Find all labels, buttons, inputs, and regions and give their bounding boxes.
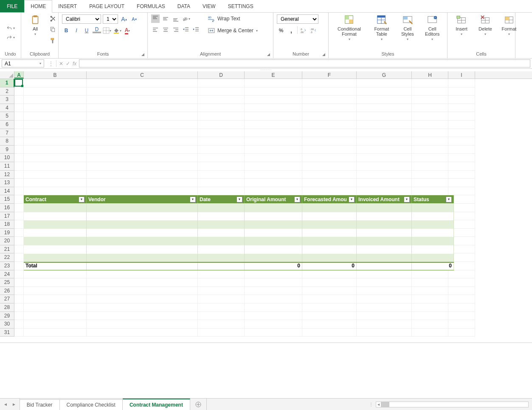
format-cells-button[interactable]: Format▾ bbox=[498, 14, 520, 36]
table-row[interactable] bbox=[24, 254, 454, 262]
fill-color-button[interactable]: ▾ bbox=[113, 26, 121, 35]
row-header-25[interactable]: 25 bbox=[0, 278, 14, 287]
formula-input[interactable] bbox=[79, 59, 530, 67]
grid-row[interactable] bbox=[14, 79, 532, 87]
filter-button[interactable]: ▾ bbox=[294, 197, 300, 202]
format-painter-button[interactable] bbox=[48, 37, 57, 45]
conditional-format-button[interactable]: Conditional Format▾ bbox=[332, 14, 366, 41]
horizontal-scrollbar[interactable]: ◂ bbox=[376, 402, 529, 407]
col-header-I[interactable]: I bbox=[448, 71, 475, 79]
data-table[interactable]: Contract▾Vendor▾Date▾Original Amount▾For… bbox=[24, 195, 454, 270]
fx-button[interactable]: fx bbox=[73, 61, 76, 67]
col-header-D[interactable]: D bbox=[198, 71, 245, 79]
undo-button[interactable]: ▾ bbox=[6, 24, 15, 33]
col-header-H[interactable]: H bbox=[412, 71, 448, 79]
row-header-3[interactable]: 3 bbox=[0, 95, 14, 104]
cut-button[interactable] bbox=[48, 14, 57, 23]
row-header-8[interactable]: 8 bbox=[0, 137, 14, 146]
menu-bullets-icon[interactable]: ⋮ bbox=[48, 61, 53, 67]
row-header-27[interactable]: 27 bbox=[0, 295, 14, 303]
number-dialog-launcher[interactable]: ◢ bbox=[322, 52, 327, 56]
sheet-tab[interactable]: Contract Management bbox=[123, 399, 190, 410]
row-header-1[interactable]: 1 bbox=[0, 79, 14, 87]
table-header[interactable]: Vendor▾ bbox=[87, 195, 198, 203]
grid-row[interactable] bbox=[14, 154, 532, 162]
grid-row[interactable] bbox=[14, 137, 532, 146]
align-bottom-button[interactable] bbox=[172, 14, 180, 23]
merge-center-button[interactable]: Merge & Center ▾ bbox=[206, 26, 259, 35]
col-header-A[interactable]: A bbox=[14, 71, 24, 79]
grid-row[interactable] bbox=[14, 129, 532, 138]
italic-button[interactable]: I bbox=[72, 26, 81, 35]
grid-row[interactable] bbox=[14, 162, 532, 171]
grid-row[interactable] bbox=[14, 187, 532, 196]
row-header-13[interactable]: 13 bbox=[0, 179, 14, 187]
row-header-5[interactable]: 5 bbox=[0, 112, 14, 121]
table-row[interactable] bbox=[24, 245, 454, 254]
align-right-button[interactable] bbox=[172, 25, 180, 34]
cell-styles-button[interactable]: Cell Styles▾ bbox=[397, 14, 419, 41]
tab-data[interactable]: DATA bbox=[172, 0, 197, 12]
grid-row[interactable] bbox=[14, 146, 532, 154]
font-name-select[interactable]: Calibri bbox=[62, 14, 101, 24]
filter-button[interactable]: ▾ bbox=[404, 197, 410, 202]
row-header-14[interactable]: 14 bbox=[0, 187, 14, 196]
worksheet-grid[interactable]: ABCDEFGHI 123456789101112131415161718192… bbox=[0, 71, 532, 343]
row-header-2[interactable]: 2 bbox=[0, 87, 14, 96]
grid-row[interactable] bbox=[14, 320, 532, 329]
row-header-6[interactable]: 6 bbox=[0, 121, 14, 129]
filter-button[interactable]: ▾ bbox=[349, 197, 355, 202]
row-header-23[interactable]: 23 bbox=[0, 262, 14, 270]
increase-indent-button[interactable] bbox=[192, 25, 200, 34]
row-header-7[interactable]: 7 bbox=[0, 129, 14, 138]
increase-decimal-button[interactable]: .0.00 bbox=[299, 26, 308, 35]
grid-row[interactable] bbox=[14, 312, 532, 320]
underline-button[interactable]: U bbox=[82, 26, 91, 35]
paste-button[interactable]: All ▾ bbox=[25, 14, 46, 36]
grid-row[interactable] bbox=[14, 303, 532, 312]
row-header-12[interactable]: 12 bbox=[0, 171, 14, 179]
table-row[interactable] bbox=[24, 229, 454, 237]
grid-row[interactable] bbox=[14, 278, 532, 287]
align-left-button[interactable] bbox=[151, 25, 160, 34]
insert-cells-button[interactable]: Insert▾ bbox=[451, 14, 472, 36]
table-header[interactable]: Invoiced Amount▾ bbox=[357, 195, 412, 203]
row-header-30[interactable]: 30 bbox=[0, 320, 14, 329]
add-sheet-button[interactable] bbox=[190, 399, 207, 410]
tab-insert[interactable]: INSERT bbox=[52, 0, 83, 12]
table-header[interactable]: Status▾ bbox=[412, 195, 454, 203]
tab-home[interactable]: HOME bbox=[24, 0, 52, 13]
table-header[interactable]: Date▾ bbox=[198, 195, 245, 203]
table-row[interactable] bbox=[24, 237, 454, 245]
bold-button[interactable]: B bbox=[62, 26, 70, 35]
grid-row[interactable] bbox=[14, 87, 532, 96]
grid-row[interactable] bbox=[14, 295, 532, 303]
font-color-button[interactable]: A▾ bbox=[123, 26, 132, 35]
row-header-15[interactable]: 15 bbox=[0, 195, 14, 204]
borders-button[interactable]: ▾ bbox=[103, 26, 111, 35]
tab-file[interactable]: FILE bbox=[0, 0, 24, 12]
grid-row[interactable] bbox=[14, 171, 532, 179]
table-row[interactable] bbox=[24, 220, 454, 229]
grid-row[interactable] bbox=[14, 104, 532, 112]
grid-row[interactable] bbox=[14, 287, 532, 295]
grid-row[interactable] bbox=[14, 270, 532, 279]
row-header-16[interactable]: 16 bbox=[0, 204, 14, 212]
sheet-nav-prev[interactable]: ◄ bbox=[3, 402, 8, 407]
row-header-31[interactable]: 31 bbox=[0, 329, 14, 337]
row-header-28[interactable]: 28 bbox=[0, 303, 14, 312]
align-top-button[interactable] bbox=[151, 14, 160, 23]
grid-row[interactable] bbox=[14, 121, 532, 129]
table-header[interactable]: Forecasted Amou▾ bbox=[302, 195, 357, 203]
wrap-text-button[interactable]: ab Wrap Text bbox=[206, 14, 242, 23]
redo-button[interactable]: ▾ bbox=[6, 34, 15, 42]
row-header-4[interactable]: 4 bbox=[0, 104, 14, 112]
font-size-select[interactable]: 11 bbox=[103, 14, 118, 24]
row-header-22[interactable]: 22 bbox=[0, 253, 14, 262]
tab-settings[interactable]: SETTINGS bbox=[222, 0, 260, 12]
comma-button[interactable]: , bbox=[287, 26, 296, 35]
col-header-E[interactable]: E bbox=[245, 71, 302, 79]
table-row[interactable] bbox=[24, 204, 454, 212]
filter-button[interactable]: ▾ bbox=[79, 197, 84, 202]
col-header-G[interactable]: G bbox=[357, 71, 412, 79]
